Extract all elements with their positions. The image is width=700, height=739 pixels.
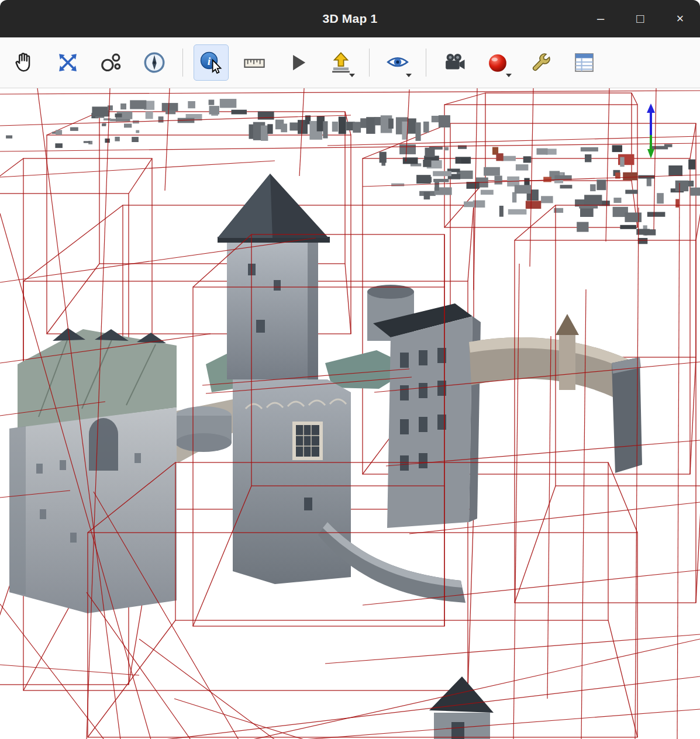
zoom-extents-button[interactable]: [50, 44, 85, 81]
eye-icon: [385, 50, 410, 75]
main-toolbar: i: [0, 37, 700, 88]
tools-button[interactable]: [523, 44, 558, 81]
compass-tool-button[interactable]: [137, 44, 172, 81]
measure-tool-button[interactable]: [237, 44, 272, 81]
svg-text:i: i: [208, 55, 211, 67]
video-camera-icon: [442, 50, 467, 75]
3d-viewport[interactable]: [0, 88, 700, 739]
red-sphere-icon: [485, 50, 510, 75]
toolbar-separator: [182, 49, 183, 77]
select-tool-button[interactable]: [94, 44, 129, 81]
title-bar[interactable]: 3D Map 1 – □ ×: [0, 0, 700, 37]
camera-button[interactable]: [437, 44, 472, 81]
hand-icon: [12, 50, 37, 75]
maximize-icon: □: [636, 12, 644, 25]
pan-tool-button[interactable]: [7, 44, 42, 81]
import-button[interactable]: [323, 44, 358, 81]
report-button[interactable]: [567, 44, 602, 81]
wrench-icon: [529, 50, 553, 75]
report-table-icon: [572, 50, 596, 75]
window-controls: – □ ×: [589, 0, 692, 37]
visibility-button[interactable]: [380, 44, 415, 81]
circles-select-icon: [99, 50, 123, 75]
zoom-extents-icon: [56, 50, 80, 75]
visibility-dropdown-caret[interactable]: [406, 74, 412, 77]
close-button[interactable]: ×: [668, 7, 692, 30]
play-icon: [285, 50, 310, 75]
identify-info-cursor-icon: i: [199, 50, 223, 75]
toolbar-separator: [426, 49, 426, 77]
toolbar-separator: [369, 49, 370, 77]
window-title: 3D Map 1: [323, 12, 378, 26]
close-icon: ×: [677, 12, 684, 25]
compass-icon: [142, 50, 167, 75]
render-sphere-button[interactable]: [480, 44, 515, 81]
maximize-button[interactable]: □: [629, 7, 652, 30]
render-dropdown-caret[interactable]: [506, 74, 512, 77]
minimize-icon: –: [597, 12, 604, 25]
identify-tool-button[interactable]: i: [194, 44, 229, 81]
play-button[interactable]: [280, 44, 315, 81]
ruler-icon: [242, 50, 267, 75]
app-window: 3D Map 1 – □ ×: [0, 0, 700, 739]
import-dropdown-caret[interactable]: [349, 74, 355, 77]
axis-gizmo: [647, 103, 655, 158]
3d-scene: [0, 88, 700, 739]
distant-city-buildings: [6, 99, 700, 244]
import-up-arrow-icon: [329, 50, 353, 75]
minimize-button[interactable]: –: [589, 7, 612, 30]
castle-model: [9, 174, 642, 739]
